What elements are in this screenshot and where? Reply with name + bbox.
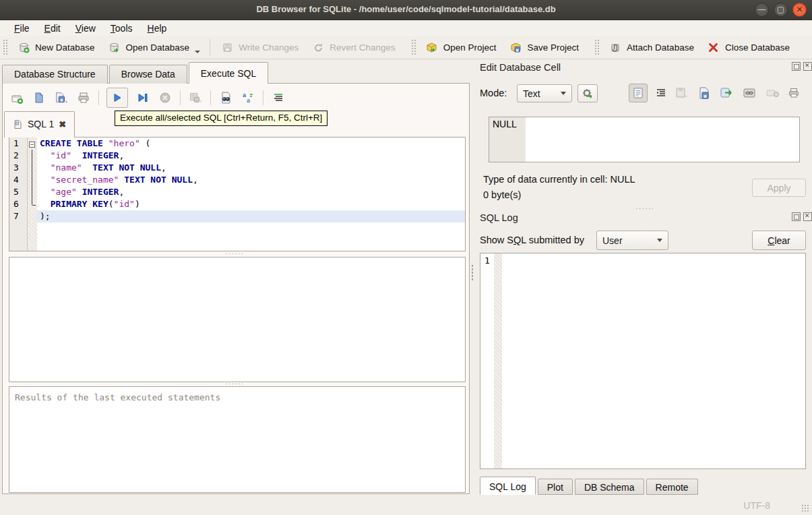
open-database-button[interactable]: Open Database — [101, 37, 207, 57]
editor-line[interactable]: ); — [37, 210, 465, 222]
minimize-icon[interactable]: — — [755, 3, 769, 17]
write-changes-button: Write Changes — [214, 37, 305, 57]
mode-value: Text — [523, 88, 540, 99]
execute-sql-button[interactable] — [106, 88, 128, 108]
menu-help[interactable]: Help — [140, 22, 175, 35]
editor-fold-column[interactable]: − — [28, 138, 37, 251]
save-icon[interactable] — [697, 86, 712, 100]
sql-log-filter-label: Show SQL submitted by — [480, 235, 584, 245]
editor-line[interactable]: "secret_name" TEXT NOT NULL, — [37, 174, 465, 186]
save-sql-file-icon[interactable] — [54, 90, 69, 105]
fold-marker[interactable]: − — [28, 138, 37, 150]
print-icon[interactable] — [76, 90, 91, 105]
editor-line[interactable]: PRIMARY KEY("id") — [37, 198, 465, 210]
line-number: 4 — [13, 174, 27, 186]
sql-log-filter-combo[interactable]: User — [596, 231, 668, 250]
dock-tabbar: SQL Log Plot DB Schema Remote — [480, 477, 700, 495]
sql-log-filter-value: User — [602, 235, 623, 246]
print-icon[interactable] — [786, 86, 801, 100]
import-icon — [675, 86, 689, 100]
editor-code-area[interactable]: CREATE TABLE "hero" ( "id" INTEGER, "nam… — [37, 138, 465, 251]
find-icon[interactable] — [218, 90, 233, 105]
set-null-icon — [766, 86, 780, 100]
editor-line[interactable]: CREATE TABLE "hero" ( — [37, 138, 465, 150]
encoding-indicator[interactable]: UTF-8 — [743, 500, 770, 511]
new-sql-tab-icon[interactable] — [9, 90, 24, 105]
auto-switch-button[interactable] — [577, 84, 598, 102]
line-number: 6 — [13, 198, 27, 210]
tab-execute-sql[interactable]: Execute SQL — [189, 62, 269, 84]
execute-line-button[interactable] — [135, 90, 150, 105]
sql-file-icon — [13, 119, 23, 129]
close-database-label: Close Database — [725, 42, 790, 53]
text-mode-icon[interactable] — [629, 84, 648, 102]
open-project-icon — [425, 40, 439, 55]
sql-tab-label: SQL 1 — [28, 119, 54, 129]
close-icon[interactable]: ✕ — [792, 3, 807, 17]
maximize-icon[interactable]: ▢ — [774, 3, 788, 17]
tab-db-schema[interactable]: DB Schema — [575, 479, 644, 495]
edit-cell-title: Edit Database Cell — [480, 62, 561, 73]
toolbar-drag-handle[interactable] — [3, 39, 7, 55]
write-changes-icon — [220, 40, 235, 55]
log-fold-column — [494, 253, 502, 468]
export-icon[interactable] — [719, 86, 734, 100]
results-grid-pane[interactable] — [9, 257, 466, 382]
float-icon[interactable] — [792, 62, 801, 71]
horizontal-splitter[interactable]: ······ — [225, 251, 244, 255]
open-project-button[interactable]: Open Project — [418, 37, 503, 57]
main-tabbar: Database Structure Browse Data Execute S… — [2, 62, 270, 84]
close-icon[interactable] — [803, 212, 812, 221]
horizontal-splitter[interactable]: ······ — [225, 382, 244, 386]
align-icon[interactable] — [271, 90, 286, 105]
toolbar-drag-handle[interactable] — [594, 39, 599, 55]
save-project-button[interactable]: Save Project — [503, 37, 586, 57]
float-icon[interactable] — [792, 212, 801, 221]
close-database-button[interactable]: Close Database — [700, 37, 796, 57]
open-sql-file-icon[interactable] — [32, 90, 46, 105]
svg-text:a: a — [247, 97, 251, 104]
editor-line[interactable]: "age" INTEGER, — [37, 186, 465, 198]
toolbar-drag-handle[interactable] — [411, 39, 416, 55]
vertical-splitter[interactable] — [471, 264, 474, 282]
menu-file[interactable]: File — [7, 22, 37, 35]
sql-editor[interactable]: 1234567 − CREATE TABLE "hero" ( "id" INT… — [9, 137, 466, 251]
clear-button[interactable]: Clear — [752, 231, 806, 250]
menu-tools[interactable]: Tools — [103, 22, 140, 35]
editor-line[interactable]: "id" INTEGER, — [37, 150, 465, 162]
tab-sql-log[interactable]: SQL Log — [480, 477, 536, 495]
stop-icon — [158, 90, 173, 105]
sql-log-view[interactable]: 1 — [480, 253, 806, 469]
menu-view[interactable]: View — [68, 22, 103, 35]
close-sql-tab-icon[interactable]: ✖ — [59, 119, 66, 129]
menu-edit[interactable]: Edit — [37, 22, 68, 35]
titlebar[interactable]: DB Browser for SQLite - /home/user/code/… — [0, 0, 812, 20]
close-icon[interactable] — [803, 62, 812, 71]
chevron-down-icon[interactable] — [195, 51, 200, 53]
cell-editor[interactable]: NULL — [489, 117, 800, 162]
format-sql-icon[interactable]: aa — [241, 90, 255, 105]
sql-toolbar-separator — [98, 90, 99, 105]
dock-splitter[interactable]: ······ — [635, 206, 654, 210]
menubar: File Edit View Tools Help — [0, 21, 812, 36]
mode-combo[interactable]: Text — [517, 84, 572, 102]
line-number: 1 — [13, 138, 27, 150]
fold-marker — [28, 150, 37, 162]
sql-toolbar: aa — [9, 88, 286, 108]
results-message-pane[interactable]: Results of the last executed statements — [9, 386, 466, 493]
gear-icon — [582, 88, 594, 100]
save-project-label: Save Project — [528, 42, 580, 53]
tab-remote[interactable]: Remote — [646, 479, 698, 495]
sql-1-tab[interactable]: SQL 1 ✖ — [4, 111, 75, 138]
new-database-button[interactable]: New Database — [10, 37, 101, 57]
attach-database-button[interactable]: Attach Database — [602, 37, 700, 57]
execute-sql-panel: aa Execute all/selected SQL [Ctrl+Return… — [2, 83, 470, 494]
tab-plot[interactable]: Plot — [538, 479, 573, 495]
resize-grip[interactable] — [801, 504, 809, 512]
tab-browse-data[interactable]: Browse Data — [109, 65, 187, 84]
tab-database-structure[interactable]: Database Structure — [2, 65, 108, 84]
editor-line[interactable]: "name" TEXT NOT NULL, — [37, 162, 465, 174]
link-icon[interactable] — [742, 86, 757, 100]
indent-icon[interactable] — [654, 86, 668, 100]
chevron-down-icon — [561, 92, 566, 95]
